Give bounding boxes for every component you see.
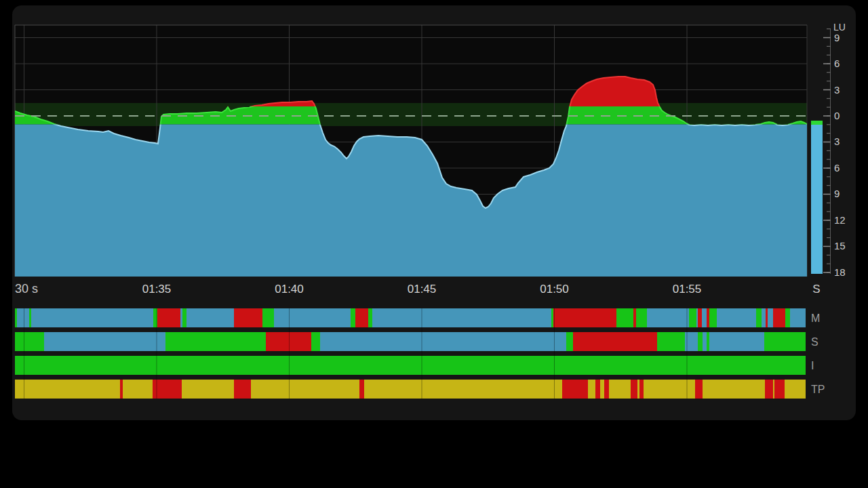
svg-text:3: 3: [834, 84, 840, 96]
svg-text:3: 3: [834, 136, 840, 147]
svg-text:9: 9: [834, 188, 840, 199]
loudness-history-chart: 9630369121518LU30 s01:3501:4001:4501:500…: [0, 0, 868, 488]
svg-text:9: 9: [834, 32, 840, 43]
loudness-meter-app: 9630369121518LU30 s01:3501:4001:4501:500…: [0, 0, 868, 488]
svg-text:01:45: 01:45: [408, 283, 437, 296]
svg-text:TP: TP: [811, 384, 825, 395]
svg-text:12: 12: [834, 214, 846, 226]
svg-text:S: S: [811, 336, 818, 348]
svg-text:S: S: [812, 283, 820, 296]
svg-text:6: 6: [834, 162, 840, 174]
svg-text:M: M: [811, 312, 820, 324]
transport-bar: S Start Stop Reset Pause 30 s: [0, 426, 868, 488]
svg-text:0: 0: [834, 110, 840, 121]
svg-text:18: 18: [834, 266, 846, 278]
svg-text:01:55: 01:55: [673, 283, 702, 296]
svg-text:6: 6: [834, 58, 840, 69]
svg-text:I: I: [811, 360, 814, 371]
svg-text:01:35: 01:35: [142, 283, 172, 296]
svg-text:01:50: 01:50: [540, 283, 569, 296]
svg-text:30 s: 30 s: [15, 282, 38, 296]
svg-text:15: 15: [834, 240, 846, 251]
svg-text:01:40: 01:40: [275, 283, 304, 296]
svg-text:LU: LU: [833, 22, 846, 33]
